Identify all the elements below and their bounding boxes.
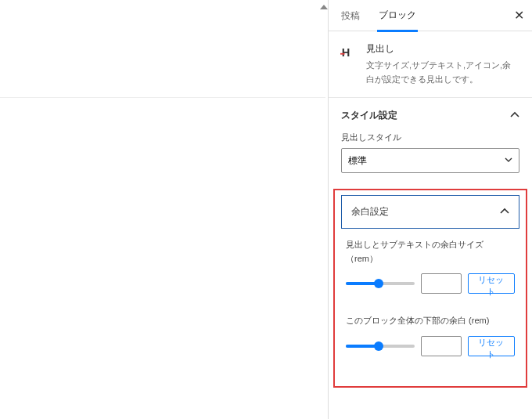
heading-icon: H [340, 42, 358, 61]
scroll-up-icon[interactable] [320, 5, 328, 9]
settings-sidebar: 投稿 ブロック ✕ H 見出し 文字サイズ,サブテキスト,アイコン,余白が設定で… [328, 0, 532, 419]
subtext-margin-control: 見出しとサブテキストの余白サイズ（rem） リセット [335, 238, 526, 314]
margin-section-title: 余白設定 [351, 205, 389, 219]
block-title: 見出し [366, 42, 519, 56]
block-card: H 見出し 文字サイズ,サブテキスト,アイコン,余白が設定できる見出しです。 [329, 31, 532, 98]
sidebar-tabs: 投稿 ブロック ✕ [329, 0, 532, 31]
close-icon[interactable]: ✕ [514, 8, 524, 23]
margin-section-toggle[interactable]: 余白設定 [341, 195, 519, 229]
tab-post[interactable]: 投稿 [340, 0, 361, 31]
bottom-margin-input[interactable] [421, 336, 462, 356]
bottom-margin-control: このブロック全体の下部の余白 (rem) リセット [335, 314, 526, 377]
bottom-margin-label: このブロック全体の下部の余白 (rem) [346, 314, 515, 328]
heading-style-select[interactable]: 標準 [341, 148, 519, 173]
chevron-down-icon [505, 155, 512, 166]
editor-canvas [0, 0, 325, 98]
margin-section: 余白設定 見出しとサブテキストの余白サイズ（rem） リセット このブロック全体… [333, 189, 527, 388]
subtext-margin-label: 見出しとサブテキストの余白サイズ（rem） [346, 238, 515, 265]
tab-block[interactable]: ブロック [377, 0, 418, 32]
svg-text:H: H [342, 46, 350, 59]
subtext-margin-reset[interactable]: リセット [468, 273, 515, 294]
style-section: スタイル設定 見出しスタイル 標準 [329, 98, 532, 184]
chevron-up-icon [500, 206, 509, 219]
style-section-title: スタイル設定 [341, 109, 397, 122]
svg-rect-1 [340, 53, 345, 55]
block-description: 文字サイズ,サブテキスト,アイコン,余白が設定できる見出しです。 [366, 59, 519, 86]
heading-style-label: 見出しスタイル [341, 132, 519, 143]
style-section-toggle[interactable]: スタイル設定 [329, 98, 532, 132]
heading-style-value: 標準 [348, 154, 367, 168]
bottom-margin-slider[interactable] [346, 345, 415, 348]
bottom-margin-reset[interactable]: リセット [468, 336, 515, 356]
subtext-margin-input[interactable] [421, 273, 462, 294]
subtext-margin-slider[interactable] [346, 282, 415, 285]
chevron-up-icon [510, 110, 519, 122]
